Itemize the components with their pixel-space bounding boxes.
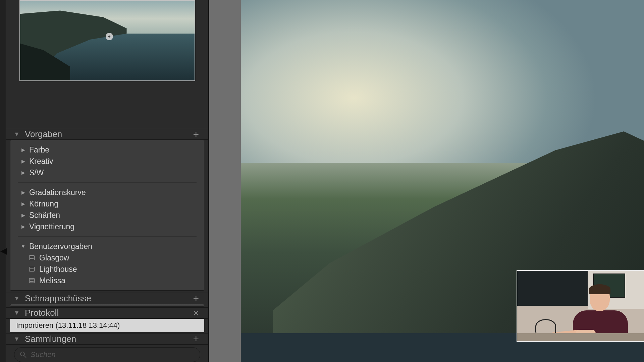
collections-panel-header[interactable]: ▼ Sammlungen + [6, 334, 208, 345]
preset-group-label: Gradationskurve [29, 188, 86, 197]
preset-group-label: Körnung [29, 199, 58, 208]
preset-group-label: Farbe [29, 145, 49, 155]
preset-group-koernung[interactable]: ▶ Körnung [10, 198, 204, 209]
disclosure-down-icon: ▼ [13, 336, 20, 343]
chevron-right-icon: ▶ [20, 224, 26, 229]
search-icon [20, 351, 26, 358]
user-preset-label: Glasgow [39, 253, 69, 262]
preset-icon [29, 267, 35, 272]
disclosure-down-icon: ▼ [13, 295, 20, 302]
disclosure-down-icon: ▼ [13, 309, 20, 316]
navigator-zoom-marker-icon[interactable]: + [106, 33, 113, 40]
collections-search-input[interactable] [31, 350, 195, 359]
divider [18, 182, 197, 183]
presets-panel-body: ▶ Farbe ▶ Kreativ ▶ S/W ▶ Gradationskurv… [10, 140, 204, 291]
clear-history-icon[interactable]: × [191, 308, 201, 318]
preset-icon [29, 278, 35, 283]
collections-panel-body [10, 345, 204, 362]
preset-group-label: Vignettierung [29, 222, 74, 231]
preset-group-sw[interactable]: ▶ S/W [10, 167, 204, 178]
preset-group-user[interactable]: ▼ Benutzervorgaben [10, 241, 204, 252]
user-preset-melissa[interactable]: Melissa [10, 275, 204, 286]
preset-group-vignettierung[interactable]: ▶ Vignettierung [10, 221, 204, 232]
navigator-panel: + [6, 0, 208, 129]
history-panel-body: Importieren (13.11.18 13:14:44) [10, 319, 204, 332]
add-snapshot-icon[interactable]: + [191, 293, 201, 303]
snapshots-panel-header[interactable]: ▼ Schnappschüsse + [6, 293, 208, 304]
webcam-overlay [517, 270, 644, 342]
collapse-left-panel-icon[interactable]: ◀ [0, 243, 9, 259]
preset-group-gradationskurve[interactable]: ▶ Gradationskurve [10, 187, 204, 198]
disclosure-down-icon: ▼ [13, 131, 20, 138]
snapshots-panel-body [10, 304, 204, 307]
snapshots-title: Schnappschüsse [25, 293, 191, 304]
preset-group-kreativ[interactable]: ▶ Kreativ [10, 156, 204, 167]
history-entry[interactable]: Importieren (13.11.18 13:14:44) [10, 319, 204, 332]
divider [18, 236, 197, 237]
history-panel-header[interactable]: ▼ Protokoll × [6, 307, 208, 318]
navigator-preview[interactable]: + [19, 0, 195, 81]
user-preset-lighthouse[interactable]: Lighthouse [10, 263, 204, 275]
chevron-right-icon: ▶ [20, 170, 26, 175]
chevron-right-icon: ▶ [20, 213, 26, 218]
navigator-thumbnail [20, 1, 195, 80]
chevron-right-icon: ▶ [20, 147, 26, 153]
chevron-down-icon: ▼ [20, 244, 26, 249]
history-title: Protokoll [25, 308, 191, 318]
preset-group-label: Benutzervorgaben [29, 242, 92, 251]
user-preset-label: Lighthouse [39, 265, 77, 274]
main-view [209, 0, 644, 362]
preset-group-schaerfen[interactable]: ▶ Schärfen [10, 209, 204, 221]
presets-panel-header[interactable]: ▼ Vorgaben + [6, 129, 208, 140]
preset-icon [29, 255, 35, 260]
collections-title: Sammlungen [25, 334, 191, 344]
preset-group-label: S/W [29, 168, 44, 177]
presets-title: Vorgaben [25, 129, 191, 139]
user-preset-glasgow[interactable]: Glasgow [10, 252, 204, 263]
svg-point-4 [20, 352, 24, 356]
chevron-right-icon: ▶ [20, 201, 26, 206]
history-entry-label: Importieren (13.11.18 13:14:44) [16, 321, 120, 330]
svg-line-5 [24, 356, 26, 358]
left-panel: + ▼ Vorgaben + ▶ Farbe ▶ Kreativ ▶ S/W ▶… [6, 0, 209, 362]
collections-search[interactable] [14, 347, 200, 362]
preset-group-label: Kreativ [29, 157, 53, 166]
chevron-right-icon: ▶ [20, 159, 26, 164]
add-preset-icon[interactable]: + [191, 129, 201, 139]
preset-group-label: Schärfen [29, 211, 60, 220]
add-collection-icon[interactable]: + [191, 334, 201, 344]
user-preset-label: Melissa [39, 276, 65, 285]
left-edge-strip [0, 0, 6, 362]
preset-group-farbe[interactable]: ▶ Farbe [10, 144, 204, 156]
chevron-right-icon: ▶ [20, 190, 26, 195]
